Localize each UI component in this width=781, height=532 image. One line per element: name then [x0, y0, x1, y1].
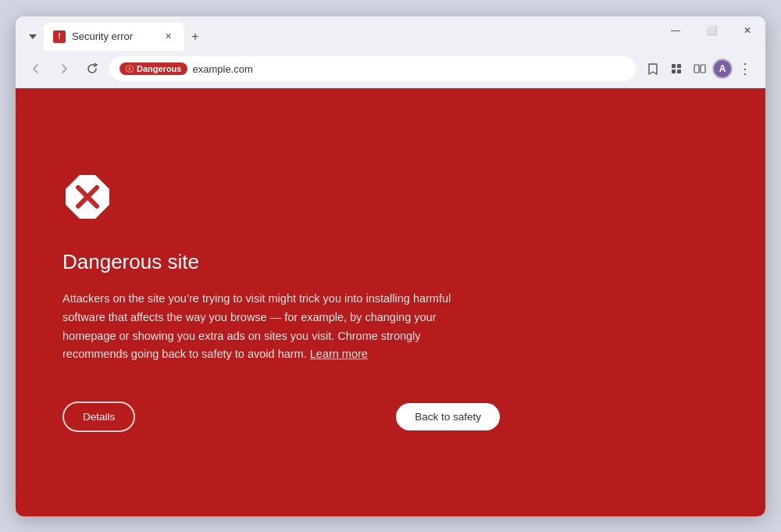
svg-marker-0 [29, 34, 37, 39]
svg-rect-5 [672, 70, 676, 73]
page-title: Dangerous site [62, 250, 199, 274]
minimize-btn[interactable]: — [658, 16, 694, 45]
window-controls: — ⬜ ✕ [658, 16, 765, 45]
browser-window: ! Security error ✕ + — ⬜ ✕ ! [16, 16, 765, 516]
address-input[interactable]: ! Dangerous example.com [109, 56, 636, 81]
reload-btn[interactable] [81, 58, 103, 80]
forward-btn[interactable] [53, 58, 75, 80]
split-view-btn[interactable] [689, 58, 711, 80]
back-btn[interactable] [25, 58, 47, 80]
tabs-row: ! Security error ✕ + [22, 16, 759, 51]
tab-dropdown-btn[interactable] [22, 26, 44, 48]
profile-avatar[interactable]: A [712, 59, 733, 79]
tab-close-btn[interactable]: ✕ [161, 30, 175, 44]
menu-btn[interactable]: ⋮ [734, 58, 756, 80]
address-bar: ! Dangerous example.com A ⋮ [16, 51, 765, 88]
active-tab[interactable]: ! Security error ✕ [44, 23, 184, 51]
page-description: Attackers on the site you’re trying to v… [62, 290, 484, 365]
svg-text:!: ! [129, 66, 130, 72]
danger-octagon-icon [62, 172, 112, 222]
back-to-safety-button[interactable]: Back to safety [396, 403, 500, 430]
page-content: Dangerous site Attackers on the site you… [16, 88, 765, 516]
danger-icon-wrapper [62, 172, 112, 225]
svg-rect-7 [694, 65, 699, 73]
url-text: example.com [192, 63, 626, 75]
svg-rect-4 [677, 64, 681, 68]
bookmark-btn[interactable] [642, 58, 664, 80]
svg-rect-6 [677, 70, 681, 73]
details-button[interactable]: Details [62, 402, 135, 432]
toolbar-icons: A ⋮ [642, 58, 756, 80]
extensions-btn[interactable] [665, 58, 687, 80]
buttons-row: Details Back to safety [62, 402, 500, 432]
maximize-btn[interactable]: ⬜ [694, 16, 729, 45]
new-tab-btn[interactable]: + [184, 26, 206, 48]
close-btn[interactable]: ✕ [729, 16, 765, 45]
title-bar: ! Security error ✕ + — ⬜ ✕ [16, 16, 765, 51]
dangerous-badge: ! Dangerous [119, 62, 187, 75]
tab-title: Security error [72, 30, 133, 42]
svg-rect-3 [672, 64, 676, 68]
svg-rect-8 [701, 65, 705, 73]
danger-icon-small: ! [126, 65, 134, 73]
learn-more-link[interactable]: Learn more [310, 348, 368, 360]
tab-favicon: ! [53, 30, 66, 43]
